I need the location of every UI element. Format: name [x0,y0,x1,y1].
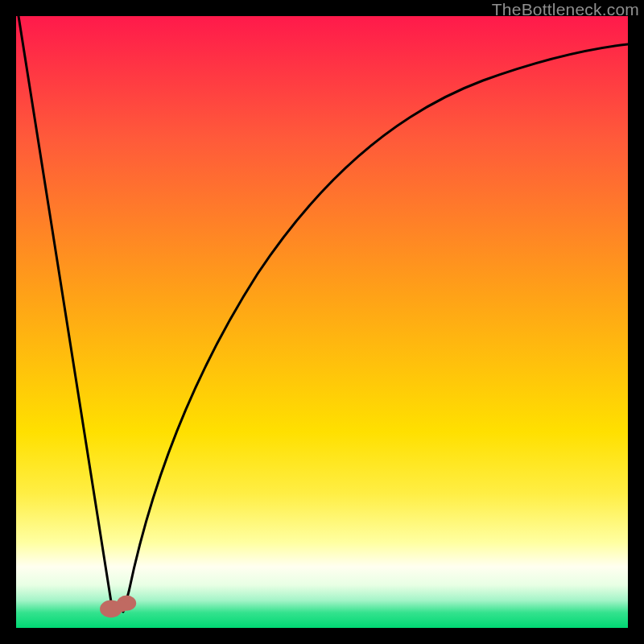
vertex-blob-bridge [113,601,126,612]
attribution-watermark: TheBottleneck.com [492,0,639,19]
chart-frame: TheBottleneck.com [0,0,644,644]
plot-area [16,16,628,628]
gradient-background [16,16,628,628]
